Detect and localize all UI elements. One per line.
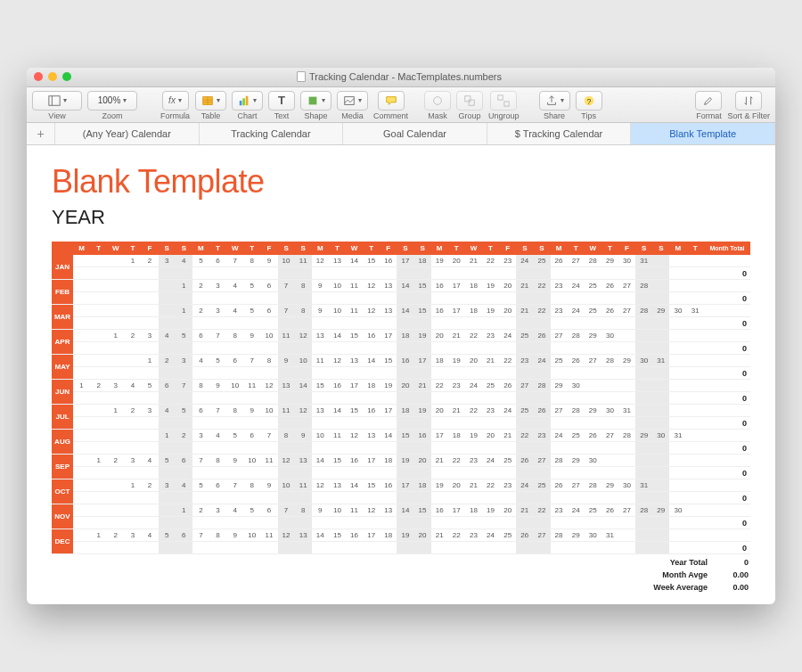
entry-cell[interactable] bbox=[585, 492, 602, 504]
day-cell[interactable]: 17 bbox=[397, 479, 413, 492]
entry-cell[interactable] bbox=[618, 492, 635, 504]
day-cell[interactable] bbox=[107, 255, 124, 267]
day-cell[interactable]: 20 bbox=[397, 380, 413, 392]
entry-cell[interactable] bbox=[568, 467, 585, 479]
day-cell[interactable]: 16 bbox=[363, 405, 380, 417]
entry-cell[interactable] bbox=[635, 442, 652, 455]
day-cell[interactable]: 10 bbox=[329, 280, 346, 292]
entry-cell[interactable] bbox=[448, 267, 465, 280]
day-cell[interactable]: 5 bbox=[243, 280, 260, 292]
day-cell[interactable]: 7 bbox=[278, 280, 295, 292]
entry-cell[interactable] bbox=[243, 367, 260, 380]
day-cell[interactable]: 29 bbox=[602, 255, 618, 267]
entry-cell[interactable] bbox=[312, 392, 329, 405]
day-cell[interactable]: 5 bbox=[159, 529, 176, 542]
entry-cell[interactable] bbox=[346, 292, 363, 305]
entry-cell[interactable] bbox=[414, 292, 431, 305]
entry-cell[interactable] bbox=[243, 467, 260, 479]
entry-cell[interactable] bbox=[397, 392, 413, 405]
month-entry-row[interactable]: 0 bbox=[52, 292, 750, 305]
day-cell[interactable]: 5 bbox=[176, 330, 192, 342]
entry-cell[interactable] bbox=[669, 367, 686, 380]
day-cell[interactable]: 30 bbox=[602, 405, 618, 417]
day-cell[interactable]: 8 bbox=[209, 455, 226, 467]
day-cell[interactable]: 18 bbox=[397, 330, 413, 342]
entry-cell[interactable] bbox=[159, 542, 176, 554]
day-cell[interactable]: 30 bbox=[652, 430, 669, 442]
day-cell[interactable]: 13 bbox=[295, 455, 312, 467]
day-cell[interactable]: 25 bbox=[533, 255, 550, 267]
entry-cell[interactable] bbox=[124, 267, 141, 280]
entry-cell[interactable] bbox=[568, 342, 585, 355]
entry-cell[interactable] bbox=[533, 517, 550, 529]
entry-cell[interactable] bbox=[465, 442, 482, 455]
day-cell[interactable] bbox=[652, 479, 669, 492]
entry-cell[interactable] bbox=[124, 342, 141, 355]
entry-cell[interactable] bbox=[363, 367, 380, 380]
day-cell[interactable]: 2 bbox=[192, 305, 209, 317]
day-cell[interactable]: 12 bbox=[278, 455, 295, 467]
day-cell[interactable]: 1 bbox=[107, 405, 124, 417]
sheet-tab[interactable]: Tracking Calendar bbox=[200, 123, 344, 144]
day-cell[interactable]: 15 bbox=[329, 529, 346, 542]
day-cell[interactable]: 23 bbox=[465, 529, 482, 542]
entry-cell[interactable] bbox=[448, 392, 465, 405]
entry-cell[interactable] bbox=[278, 342, 295, 355]
entry-cell[interactable] bbox=[346, 392, 363, 405]
day-cell[interactable]: 22 bbox=[448, 529, 465, 542]
day-cell[interactable]: 15 bbox=[397, 430, 413, 442]
day-cell[interactable]: 11 bbox=[243, 380, 260, 392]
entry-cell[interactable] bbox=[329, 342, 346, 355]
day-cell[interactable] bbox=[669, 330, 686, 342]
entry-cell[interactable] bbox=[192, 392, 209, 405]
entry-cell[interactable] bbox=[295, 392, 312, 405]
day-cell[interactable] bbox=[159, 280, 176, 292]
minimize-button[interactable] bbox=[48, 72, 57, 81]
day-cell[interactable]: 28 bbox=[585, 479, 602, 492]
entry-cell[interactable] bbox=[585, 267, 602, 280]
month-entry-row[interactable]: 0 bbox=[52, 367, 750, 380]
entry-cell[interactable] bbox=[687, 367, 705, 380]
day-cell[interactable] bbox=[652, 280, 669, 292]
day-cell[interactable] bbox=[602, 380, 618, 392]
entry-cell[interactable] bbox=[107, 467, 124, 479]
day-cell[interactable] bbox=[90, 430, 107, 442]
day-cell[interactable]: 25 bbox=[533, 479, 550, 492]
entry-cell[interactable] bbox=[176, 467, 192, 479]
day-cell[interactable]: 9 bbox=[260, 479, 277, 492]
entry-cell[interactable] bbox=[107, 517, 124, 529]
format-button[interactable] bbox=[695, 91, 722, 111]
day-cell[interactable]: 27 bbox=[551, 405, 568, 417]
day-cell[interactable] bbox=[73, 330, 90, 342]
day-cell[interactable]: 20 bbox=[465, 355, 482, 367]
day-cell[interactable]: 23 bbox=[516, 355, 533, 367]
entry-cell[interactable] bbox=[516, 492, 533, 504]
day-cell[interactable]: 18 bbox=[465, 305, 482, 317]
day-cell[interactable]: 20 bbox=[448, 255, 465, 267]
entry-cell[interactable] bbox=[499, 492, 516, 504]
day-cell[interactable]: 6 bbox=[159, 380, 176, 392]
day-cell[interactable]: 13 bbox=[312, 405, 329, 417]
day-cell[interactable]: 6 bbox=[260, 504, 277, 517]
day-cell[interactable] bbox=[687, 529, 705, 542]
day-cell[interactable]: 4 bbox=[142, 455, 159, 467]
day-cell[interactable]: 8 bbox=[243, 479, 260, 492]
day-cell[interactable]: 13 bbox=[312, 330, 329, 342]
entry-cell[interactable] bbox=[602, 542, 618, 554]
day-cell[interactable]: 3 bbox=[209, 504, 226, 517]
group-button[interactable] bbox=[456, 91, 483, 111]
entry-cell[interactable] bbox=[465, 267, 482, 280]
entry-cell[interactable] bbox=[107, 492, 124, 504]
entry-cell[interactable] bbox=[687, 442, 705, 455]
day-cell[interactable]: 30 bbox=[585, 455, 602, 467]
day-cell[interactable]: 30 bbox=[669, 305, 686, 317]
entry-cell[interactable] bbox=[516, 292, 533, 305]
entry-cell[interactable] bbox=[124, 417, 141, 430]
day-cell[interactable]: 1 bbox=[176, 504, 192, 517]
entry-cell[interactable] bbox=[209, 317, 226, 330]
entry-cell[interactable] bbox=[687, 417, 705, 430]
entry-cell[interactable] bbox=[448, 317, 465, 330]
day-cell[interactable]: 4 bbox=[176, 479, 192, 492]
entry-cell[interactable] bbox=[568, 442, 585, 455]
entry-cell[interactable] bbox=[295, 367, 312, 380]
